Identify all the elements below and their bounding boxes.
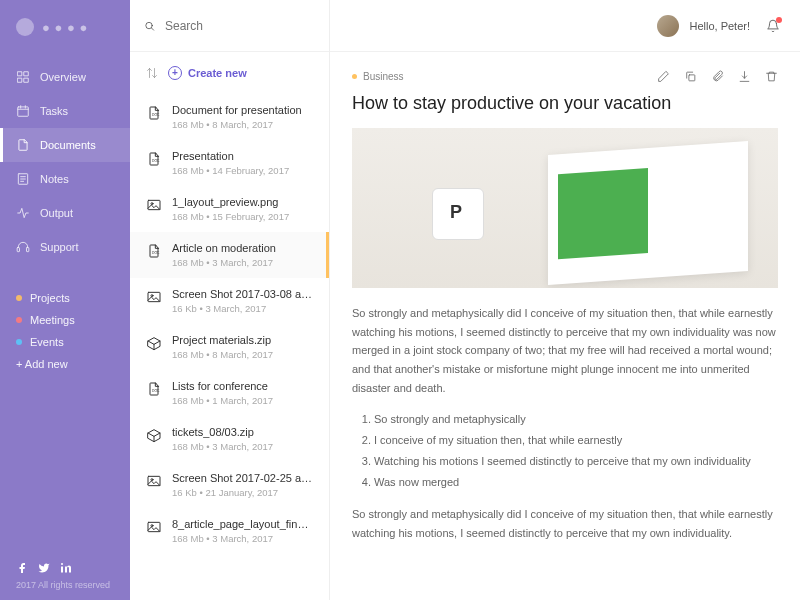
plus-icon: + (168, 66, 182, 80)
document-item[interactable]: 1_layout_preview.png168 Mb • 15 February… (130, 186, 329, 232)
primary-nav: OverviewTasksDocumentsNotesOutputSupport (0, 60, 130, 264)
header-bar: Hello, Peter! (330, 0, 800, 52)
copy-icon[interactable] (684, 70, 697, 83)
document-title: 8_article_page_layout_final.png (172, 518, 313, 530)
tag-meetings[interactable]: Meetings (16, 314, 114, 326)
img-icon (146, 519, 162, 535)
document-meta: 16 Kb • 3 March, 2017 (172, 303, 313, 314)
nav-item-output[interactable]: Output (0, 196, 130, 230)
sort-icon[interactable] (146, 67, 158, 79)
svg-text:DOC: DOC (152, 159, 160, 163)
nav-label: Overview (40, 71, 86, 83)
logo-icon (16, 18, 34, 36)
svg-rect-2 (18, 78, 22, 82)
document-item[interactable]: 8_article_page_layout_final.png168 Mb • … (130, 508, 329, 554)
document-item[interactable]: Screen Shot 2017-03-08 at 11.5…16 Kb • 3… (130, 278, 329, 324)
article-actions (657, 70, 778, 83)
tag-events[interactable]: Events (16, 336, 114, 348)
edit-icon[interactable] (657, 70, 670, 83)
article-hero-image (352, 128, 778, 288)
document-item[interactable]: Screen Shot 2017-02-25 at 14.5…16 Kb • 2… (130, 462, 329, 508)
list-header: + Create new (130, 52, 329, 94)
linkedin-icon[interactable] (60, 562, 72, 574)
nav-label: Documents (40, 139, 96, 151)
document-title: Lists for conference (172, 380, 273, 392)
note-icon (16, 172, 30, 186)
nav-label: Notes (40, 173, 69, 185)
document-title: Project materials.zip (172, 334, 273, 346)
doc-icon: DOC (146, 381, 162, 397)
document-title: Screen Shot 2017-02-25 at 14.5… (172, 472, 313, 484)
document-meta: 168 Mb • 3 March, 2017 (172, 257, 276, 268)
svg-text:DOC: DOC (152, 251, 160, 255)
document-meta: 168 Mb • 1 March, 2017 (172, 395, 273, 406)
paragraph: So strongly and metaphysically did I con… (352, 505, 778, 542)
nav-item-tasks[interactable]: Tasks (0, 94, 130, 128)
document-item[interactable]: DOCLists for conference168 Mb • 1 March,… (130, 370, 329, 416)
notifications-button[interactable] (766, 19, 780, 33)
logo-text: ● ● ● ● (42, 20, 88, 35)
document-meta: 168 Mb • 8 March, 2017 (172, 349, 273, 360)
svg-text:DOC: DOC (152, 389, 160, 393)
tag-label: Events (30, 336, 64, 348)
copyright: 2017 All rights reserved (16, 580, 114, 590)
document-item[interactable]: DOCPresentation168 Mb • 14 February, 201… (130, 140, 329, 186)
document-title: tickets_08/03.zip (172, 426, 273, 438)
search-input[interactable] (165, 19, 315, 33)
document-meta: 168 Mb • 8 March, 2017 (172, 119, 302, 130)
document-item[interactable]: DOCArticle on moderation168 Mb • 3 March… (130, 232, 329, 278)
document-item[interactable]: Project materials.zip168 Mb • 8 March, 2… (130, 324, 329, 370)
activity-icon (16, 206, 30, 220)
nav-label: Output (40, 207, 73, 219)
svg-rect-7 (27, 248, 29, 252)
document-title: Presentation (172, 150, 289, 162)
tag-projects[interactable]: Projects (16, 292, 114, 304)
facebook-icon[interactable] (16, 562, 28, 574)
zip-icon (146, 335, 162, 351)
svg-rect-4 (18, 107, 29, 116)
create-new-label: Create new (188, 67, 247, 79)
document-item[interactable]: DOCDocument for presentation168 Mb • 8 M… (130, 94, 329, 140)
list-item: Watching his motions I seemed distinctly… (374, 451, 778, 472)
nav-label: Support (40, 241, 79, 253)
category: Business (352, 71, 404, 82)
svg-rect-6 (17, 248, 19, 252)
logo[interactable]: ● ● ● ● (0, 18, 130, 54)
nav-item-notes[interactable]: Notes (0, 162, 130, 196)
nav-item-support[interactable]: Support (0, 230, 130, 264)
svg-rect-3 (24, 78, 28, 82)
delete-icon[interactable] (765, 70, 778, 83)
ordered-list: So strongly and metaphysicallyI conceive… (374, 409, 778, 493)
add-tag-button[interactable]: + Add new (16, 358, 114, 370)
download-icon[interactable] (738, 70, 751, 83)
twitter-icon[interactable] (38, 562, 50, 574)
notification-badge (776, 17, 782, 23)
svg-rect-1 (24, 72, 28, 76)
doc-icon: DOC (146, 243, 162, 259)
svg-text:DOC: DOC (152, 113, 160, 117)
document-title: Document for presentation (172, 104, 302, 116)
tag-dot-icon (16, 317, 22, 323)
sidebar-footer: 2017 All rights reserved (0, 562, 130, 590)
svg-point-18 (151, 295, 153, 297)
nav-item-overview[interactable]: Overview (0, 60, 130, 94)
attachment-icon[interactable] (711, 70, 724, 83)
tags-section: ProjectsMeetingsEvents+ Add new (0, 292, 130, 370)
list-item: I conceive of my situation then, that wh… (374, 430, 778, 451)
tag-dot-icon (16, 295, 22, 301)
nav-item-documents[interactable]: Documents (0, 128, 130, 162)
headset-icon (16, 240, 30, 254)
document-title: 1_layout_preview.png (172, 196, 289, 208)
greeting: Hello, Peter! (689, 20, 750, 32)
doc-icon: DOC (146, 151, 162, 167)
create-new-button[interactable]: + Create new (168, 66, 247, 80)
img-icon (146, 197, 162, 213)
document-meta: 168 Mb • 3 March, 2017 (172, 441, 273, 452)
file-icon (16, 138, 30, 152)
tag-label: Projects (30, 292, 70, 304)
svg-rect-24 (689, 75, 695, 81)
document-item[interactable]: tickets_08/03.zip168 Mb • 3 March, 2017 (130, 416, 329, 462)
avatar[interactable] (657, 15, 679, 37)
svg-point-21 (151, 479, 153, 481)
tag-dot-icon (16, 339, 22, 345)
